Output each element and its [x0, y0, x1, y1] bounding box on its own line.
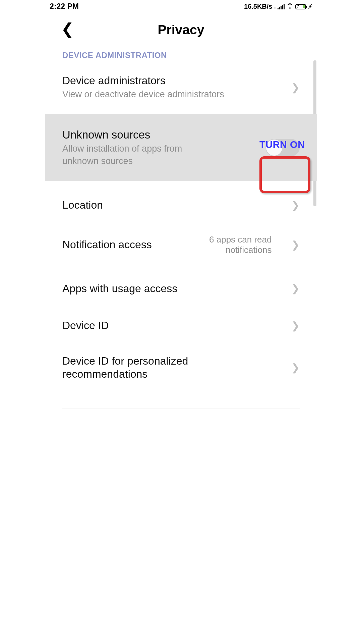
toggle-knob [266, 140, 282, 156]
chevron-right-icon: ❯ [291, 362, 300, 373]
row-title: Device ID for personalized recommendatio… [62, 355, 247, 380]
row-value: 6 apps can read notifications [178, 234, 272, 255]
page-header: ❮ Privacy [45, 12, 317, 47]
row-apps-usage-access[interactable]: Apps with usage access ❯ [45, 269, 317, 304]
divider [62, 409, 300, 409]
battery-icon: 7 [295, 4, 306, 9]
wifi-icon [287, 3, 293, 10]
row-title: Unknown sources [62, 128, 206, 142]
row-device-id[interactable]: Device ID ❯ [45, 304, 317, 341]
row-title: Apps with usage access [62, 282, 288, 295]
page-title: Privacy [158, 22, 204, 37]
charging-icon: ⚡︎ [308, 3, 312, 10]
chevron-right-icon: ❯ [291, 282, 300, 294]
row-notification-access[interactable]: Notification access 6 apps can read noti… [45, 221, 317, 269]
status-time: 2:22 PM [50, 2, 79, 11]
cellular-signal-icon [278, 4, 285, 9]
status-right: 16.5KB/s ▪ 7 ⚡︎ [244, 3, 312, 10]
row-subtitle: Allow installation of apps from unknown … [62, 143, 206, 167]
chevron-right-icon: ❯ [291, 320, 300, 331]
chevron-right-icon: ❯ [291, 199, 300, 211]
back-button[interactable]: ❮ [61, 20, 74, 38]
status-net-speed: 16.5KB/s [244, 3, 273, 10]
row-title: Device administrators [62, 74, 288, 87]
row-unknown-sources[interactable]: Unknown sources Allow installation of ap… [45, 114, 317, 181]
chevron-right-icon: ❯ [291, 82, 300, 93]
row-title: Device ID [62, 319, 288, 332]
row-subtitle: View or deactivate device administrators [62, 88, 288, 100]
status-bar: 2:22 PM 16.5KB/s ▪ 7 ⚡︎ [45, 0, 317, 12]
row-title: Location [62, 199, 288, 211]
row-location[interactable]: Location ❯ [45, 181, 317, 221]
row-device-id-personalized[interactable]: Device ID for personalized recommendatio… [45, 341, 317, 392]
row-title: Notification access [62, 238, 160, 251]
row-device-administrators[interactable]: Device administrators View or deactivate… [45, 68, 317, 114]
unknown-sources-toggle[interactable] [265, 139, 300, 156]
chevron-right-icon: ❯ [291, 239, 300, 251]
section-label-device-admin: DEVICE ADMINISTRATION [45, 47, 317, 68]
